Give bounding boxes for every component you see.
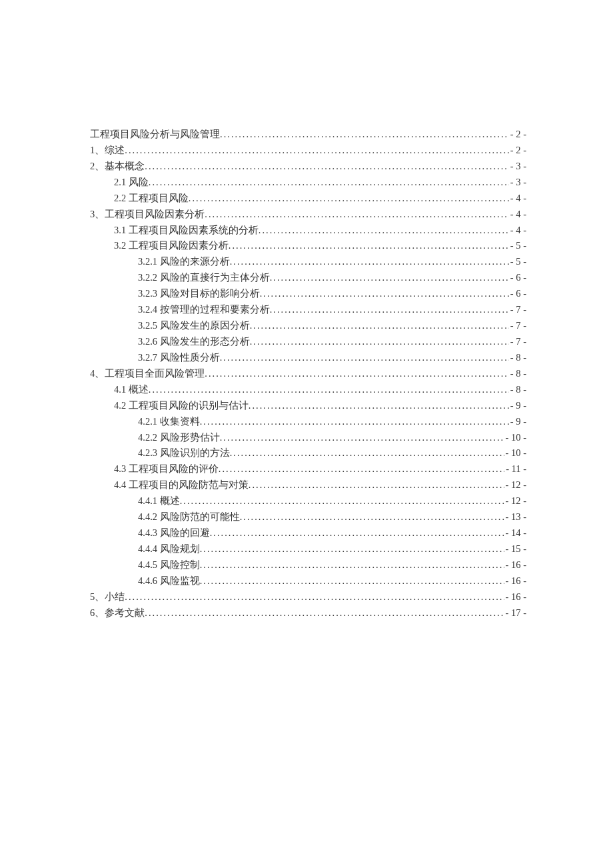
- toc-entry[interactable]: 3.2.6 风险发生的形态分析- 7 -: [90, 334, 526, 350]
- toc-entry-title: 4.2.1 收集资料: [138, 414, 200, 430]
- toc-entry-title: 4.1 概述: [114, 382, 149, 398]
- toc-entry-page: - 6 -: [509, 286, 526, 302]
- toc-entry[interactable]: 4.4.4 风险规划- 15 -: [90, 541, 526, 557]
- toc-entry[interactable]: 4.2 工程项目风险的识别与估计- 9 -: [90, 398, 526, 414]
- toc-entry[interactable]: 4.2.2 风险形势估计- 10 -: [90, 430, 526, 446]
- toc-leader-dots: [270, 302, 509, 318]
- toc-entry[interactable]: 3.2.5 风险发生的原因分析- 7 -: [90, 318, 526, 334]
- toc-entry-title: 6、参考文献: [90, 605, 145, 621]
- toc-entry[interactable]: 4.4 工程项目的风险防范与对策- 12 -: [90, 477, 526, 493]
- toc-entry[interactable]: 4.2.3 风险识别的方法- 10 -: [90, 445, 526, 461]
- toc-leader-dots: [230, 254, 509, 270]
- toc-leader-dots: [219, 461, 504, 477]
- toc-entry-page: - 11 -: [504, 461, 526, 477]
- toc-entry[interactable]: 3.2.3 风险对目标的影响分析- 6 -: [90, 286, 526, 302]
- toc-entry-page: - 2 -: [509, 143, 526, 159]
- toc-entry[interactable]: 3.2.2 风险的直接行为主体分析- 6 -: [90, 270, 526, 286]
- toc-leader-dots: [149, 382, 509, 398]
- toc-entry[interactable]: 4.3 工程项目风险的评价- 11 -: [90, 461, 526, 477]
- toc-entry-page: - 4 -: [509, 191, 526, 207]
- table-of-contents: 工程项目风险分析与风险管理- 2 -1、综述- 2 -2、基本概念- 3 -2.…: [90, 127, 526, 621]
- toc-entry-title: 3.2.7 风险性质分析: [138, 350, 220, 366]
- toc-entry-page: - 10 -: [504, 430, 526, 446]
- toc-entry-page: - 14 -: [504, 525, 526, 541]
- toc-leader-dots: [250, 334, 509, 350]
- toc-leader-dots: [250, 318, 509, 334]
- toc-entry-title: 3.2 工程项目风险因素分析: [114, 238, 229, 254]
- toc-entry[interactable]: 4.4.3 风险的回避- 14 -: [90, 525, 526, 541]
- toc-entry-page: - 9 -: [509, 414, 526, 430]
- toc-entry-page: - 6 -: [509, 270, 526, 286]
- toc-leader-dots: [260, 286, 509, 302]
- toc-entry[interactable]: 2.1 风险- 3 -: [90, 175, 526, 191]
- toc-entry[interactable]: 3.2 工程项目风险因素分析- 5 -: [90, 238, 526, 254]
- toc-entry[interactable]: 2.2 工程项目风险- 4 -: [90, 191, 526, 207]
- toc-leader-dots: [229, 238, 509, 254]
- toc-entry[interactable]: 3.1 工程项目风险因素系统的分析- 4 -: [90, 223, 526, 239]
- toc-entry[interactable]: 5、小结- 16 -: [90, 589, 526, 605]
- toc-entry[interactable]: 4.4.1 概述- 12 -: [90, 493, 526, 509]
- toc-entry-page: - 8 -: [509, 382, 526, 398]
- toc-leader-dots: [200, 557, 504, 573]
- toc-entry[interactable]: 工程项目风险分析与风险管理- 2 -: [90, 127, 526, 143]
- toc-entry[interactable]: 6、参考文献- 17 -: [90, 605, 526, 621]
- toc-leader-dots: [145, 605, 504, 621]
- toc-entry-page: - 9 -: [509, 398, 526, 414]
- toc-entry-title: 4.4 工程项目的风险防范与对策: [114, 477, 249, 493]
- toc-entry-page: - 10 -: [504, 445, 526, 461]
- toc-entry-page: - 15 -: [504, 541, 526, 557]
- toc-entry-page: - 5 -: [509, 254, 526, 270]
- toc-leader-dots: [125, 589, 504, 605]
- toc-entry-title: 3.1 工程项目风险因素系统的分析: [114, 223, 259, 239]
- toc-entry[interactable]: 4.1 概述- 8 -: [90, 382, 526, 398]
- toc-entry-title: 3.2.4 按管理的过程和要素分析: [138, 302, 270, 318]
- toc-entry-page: - 2 -: [509, 127, 526, 143]
- toc-entry[interactable]: 3.2.4 按管理的过程和要素分析- 7 -: [90, 302, 526, 318]
- toc-entry-page: - 8 -: [509, 350, 526, 366]
- toc-entry[interactable]: 4.4.2 风险防范的可能性- 13 -: [90, 509, 526, 525]
- toc-entry[interactable]: 1、综述- 2 -: [90, 143, 526, 159]
- toc-entry-title: 3、工程项目风险因素分析: [90, 207, 205, 223]
- toc-entry-title: 3.2.3 风险对目标的影响分析: [138, 286, 260, 302]
- toc-entry-page: - 7 -: [509, 334, 526, 350]
- toc-leader-dots: [125, 143, 509, 159]
- toc-entry-title: 4.4.6 风险监视: [138, 573, 200, 589]
- toc-entry-title: 工程项目风险分析与风险管理: [90, 127, 220, 143]
- toc-entry-page: - 12 -: [504, 477, 526, 493]
- toc-entry[interactable]: 3.2.1 风险的来源分析- 5 -: [90, 254, 526, 270]
- toc-entry-page: - 3 -: [509, 159, 526, 175]
- toc-leader-dots: [230, 445, 504, 461]
- toc-leader-dots: [210, 525, 504, 541]
- toc-entry-title: 1、综述: [90, 143, 125, 159]
- toc-entry-page: - 16 -: [504, 589, 526, 605]
- toc-entry-page: - 7 -: [509, 302, 526, 318]
- toc-entry-page: - 3 -: [509, 175, 526, 191]
- toc-entry[interactable]: 4.4.5 风险控制- 16 -: [90, 557, 526, 573]
- toc-leader-dots: [145, 159, 509, 175]
- toc-entry[interactable]: 3、工程项目风险因素分析- 4 -: [90, 207, 526, 223]
- toc-entry-page: - 4 -: [509, 207, 526, 223]
- toc-entry-page: - 12 -: [504, 493, 526, 509]
- toc-leader-dots: [200, 573, 504, 589]
- toc-entry[interactable]: 3.2.7 风险性质分析- 8 -: [90, 350, 526, 366]
- toc-leader-dots: [205, 366, 509, 382]
- toc-entry[interactable]: 4.2.1 收集资料- 9 -: [90, 414, 526, 430]
- toc-leader-dots: [220, 127, 509, 143]
- toc-leader-dots: [205, 207, 509, 223]
- toc-leader-dots: [220, 350, 509, 366]
- toc-entry-page: - 7 -: [509, 318, 526, 334]
- toc-entry-page: - 8 -: [509, 366, 526, 382]
- toc-entry-title: 4、工程项目全面风险管理: [90, 366, 205, 382]
- toc-leader-dots: [200, 541, 504, 557]
- toc-entry[interactable]: 4.4.6 风险监视- 16 -: [90, 573, 526, 589]
- toc-entry-title: 4.4.4 风险规划: [138, 541, 200, 557]
- toc-entry-title: 3.2.6 风险发生的形态分析: [138, 334, 250, 350]
- toc-entry[interactable]: 4、工程项目全面风险管理- 8 -: [90, 366, 526, 382]
- toc-entry-title: 4.4.3 风险的回避: [138, 525, 210, 541]
- toc-entry-title: 2.1 风险: [114, 175, 149, 191]
- toc-entry-title: 3.2.1 风险的来源分析: [138, 254, 230, 270]
- toc-leader-dots: [149, 175, 509, 191]
- toc-entry-page: - 16 -: [504, 573, 526, 589]
- toc-entry[interactable]: 2、基本概念- 3 -: [90, 159, 526, 175]
- toc-entry-title: 4.4.2 风险防范的可能性: [138, 509, 240, 525]
